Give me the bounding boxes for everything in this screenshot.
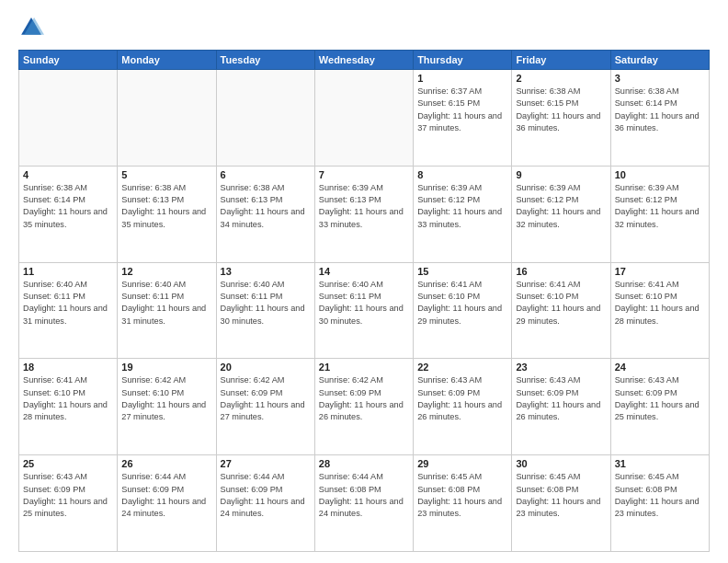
day-info: Sunrise: 6:45 AMSunset: 6:08 PMDaylight:… [516,471,606,520]
day-info: Sunrise: 6:41 AMSunset: 6:10 PMDaylight:… [615,279,705,327]
day-info: Sunrise: 6:41 AMSunset: 6:10 PMDaylight:… [417,279,507,327]
day-cell: 14Sunrise: 6:40 AMSunset: 6:11 PMDayligh… [314,262,413,359]
day-info: Sunrise: 6:42 AMSunset: 6:10 PMDaylight:… [121,374,211,423]
day-number: 22 [417,362,507,373]
weekday-header-monday: Monday [118,51,216,70]
day-number: 17 [615,266,705,277]
day-cell: 21Sunrise: 6:42 AMSunset: 6:09 PMDayligh… [314,359,413,455]
week-row-1: 1Sunrise: 6:37 AMSunset: 6:15 PMDaylight… [19,70,710,167]
day-info: Sunrise: 6:41 AMSunset: 6:10 PMDaylight:… [23,374,113,423]
day-number: 3 [615,73,705,84]
day-cell: 19Sunrise: 6:42 AMSunset: 6:10 PMDayligh… [118,359,216,455]
day-info: Sunrise: 6:37 AMSunset: 6:15 PMDaylight:… [417,86,507,134]
day-cell [19,70,118,167]
day-number: 13 [221,266,311,277]
day-cell: 5Sunrise: 6:38 AMSunset: 6:13 PMDaylight… [118,166,216,262]
logo [18,15,48,40]
day-number: 4 [23,169,113,180]
day-cell: 10Sunrise: 6:39 AMSunset: 6:12 PMDayligh… [610,166,709,262]
weekday-header-tuesday: Tuesday [216,51,314,70]
day-info: Sunrise: 6:41 AMSunset: 6:10 PMDaylight:… [516,279,606,327]
day-cell: 16Sunrise: 6:41 AMSunset: 6:10 PMDayligh… [512,262,610,359]
day-cell: 11Sunrise: 6:40 AMSunset: 6:11 PMDayligh… [19,262,118,359]
day-number: 30 [516,458,606,469]
day-cell: 2Sunrise: 6:38 AMSunset: 6:15 PMDaylight… [512,70,610,167]
day-info: Sunrise: 6:39 AMSunset: 6:13 PMDaylight:… [319,182,409,231]
day-info: Sunrise: 6:40 AMSunset: 6:11 PMDaylight:… [121,279,211,327]
day-info: Sunrise: 6:44 AMSunset: 6:08 PMDaylight:… [319,471,409,520]
day-cell: 8Sunrise: 6:39 AMSunset: 6:12 PMDaylight… [414,166,512,262]
day-info: Sunrise: 6:44 AMSunset: 6:09 PMDaylight:… [221,471,311,520]
day-cell [118,70,216,167]
day-info: Sunrise: 6:42 AMSunset: 6:09 PMDaylight:… [221,374,311,423]
day-cell: 15Sunrise: 6:41 AMSunset: 6:10 PMDayligh… [414,262,512,359]
day-cell: 26Sunrise: 6:44 AMSunset: 6:09 PMDayligh… [118,455,216,552]
weekday-header-row: SundayMondayTuesdayWednesdayThursdayFrid… [19,51,710,70]
day-info: Sunrise: 6:42 AMSunset: 6:09 PMDaylight:… [319,374,409,423]
day-cell: 27Sunrise: 6:44 AMSunset: 6:09 PMDayligh… [216,455,314,552]
day-number: 11 [23,266,113,277]
day-info: Sunrise: 6:43 AMSunset: 6:09 PMDaylight:… [23,471,113,520]
day-cell [216,70,314,167]
week-row-4: 18Sunrise: 6:41 AMSunset: 6:10 PMDayligh… [19,359,710,455]
day-number: 18 [23,362,113,373]
day-number: 9 [516,169,606,180]
day-number: 12 [121,266,211,277]
day-cell: 31Sunrise: 6:45 AMSunset: 6:08 PMDayligh… [610,455,709,552]
day-info: Sunrise: 6:39 AMSunset: 6:12 PMDaylight:… [516,182,606,231]
day-number: 25 [23,458,113,469]
day-info: Sunrise: 6:39 AMSunset: 6:12 PMDaylight:… [417,182,507,231]
weekday-header-saturday: Saturday [610,51,709,70]
day-info: Sunrise: 6:39 AMSunset: 6:12 PMDaylight:… [615,182,705,231]
day-cell [314,70,413,167]
day-cell: 7Sunrise: 6:39 AMSunset: 6:13 PMDaylight… [314,166,413,262]
day-number: 20 [221,362,311,373]
day-info: Sunrise: 6:38 AMSunset: 6:13 PMDaylight:… [221,182,311,231]
week-row-5: 25Sunrise: 6:43 AMSunset: 6:09 PMDayligh… [19,455,710,552]
day-info: Sunrise: 6:40 AMSunset: 6:11 PMDaylight:… [319,279,409,327]
day-number: 24 [615,362,705,373]
weekday-header-friday: Friday [512,51,610,70]
day-info: Sunrise: 6:38 AMSunset: 6:14 PMDaylight:… [23,182,113,231]
day-cell: 12Sunrise: 6:40 AMSunset: 6:11 PMDayligh… [118,262,216,359]
day-cell: 4Sunrise: 6:38 AMSunset: 6:14 PMDaylight… [19,166,118,262]
day-info: Sunrise: 6:38 AMSunset: 6:13 PMDaylight:… [121,182,211,231]
day-number: 26 [121,458,211,469]
weekday-header-wednesday: Wednesday [314,51,413,70]
day-info: Sunrise: 6:44 AMSunset: 6:09 PMDaylight:… [121,471,211,520]
day-cell: 28Sunrise: 6:44 AMSunset: 6:08 PMDayligh… [314,455,413,552]
day-cell: 29Sunrise: 6:45 AMSunset: 6:08 PMDayligh… [414,455,512,552]
day-number: 23 [516,362,606,373]
day-number: 28 [319,458,409,469]
day-number: 31 [615,458,705,469]
day-number: 14 [319,266,409,277]
weekday-header-thursday: Thursday [414,51,512,70]
weekday-header-sunday: Sunday [19,51,118,70]
day-number: 8 [417,169,507,180]
day-info: Sunrise: 6:40 AMSunset: 6:11 PMDaylight:… [221,279,311,327]
day-cell: 9Sunrise: 6:39 AMSunset: 6:12 PMDaylight… [512,166,610,262]
day-info: Sunrise: 6:38 AMSunset: 6:14 PMDaylight:… [615,86,705,134]
day-number: 1 [417,73,507,84]
day-cell: 30Sunrise: 6:45 AMSunset: 6:08 PMDayligh… [512,455,610,552]
day-number: 29 [417,458,507,469]
day-number: 16 [516,266,606,277]
day-cell: 23Sunrise: 6:43 AMSunset: 6:09 PMDayligh… [512,359,610,455]
day-info: Sunrise: 6:40 AMSunset: 6:11 PMDaylight:… [23,279,113,327]
day-number: 15 [417,266,507,277]
day-cell: 17Sunrise: 6:41 AMSunset: 6:10 PMDayligh… [610,262,709,359]
header [18,15,710,40]
calendar-table: SundayMondayTuesdayWednesdayThursdayFrid… [18,50,710,552]
day-cell: 13Sunrise: 6:40 AMSunset: 6:11 PMDayligh… [216,262,314,359]
week-row-3: 11Sunrise: 6:40 AMSunset: 6:11 PMDayligh… [19,262,710,359]
day-number: 2 [516,73,606,84]
day-number: 27 [221,458,311,469]
logo-icon [18,15,44,40]
day-cell: 22Sunrise: 6:43 AMSunset: 6:09 PMDayligh… [414,359,512,455]
day-cell: 25Sunrise: 6:43 AMSunset: 6:09 PMDayligh… [19,455,118,552]
day-info: Sunrise: 6:38 AMSunset: 6:15 PMDaylight:… [516,86,606,134]
day-number: 5 [121,169,211,180]
day-cell: 24Sunrise: 6:43 AMSunset: 6:09 PMDayligh… [610,359,709,455]
day-info: Sunrise: 6:43 AMSunset: 6:09 PMDaylight:… [516,374,606,423]
day-info: Sunrise: 6:43 AMSunset: 6:09 PMDaylight:… [417,374,507,423]
